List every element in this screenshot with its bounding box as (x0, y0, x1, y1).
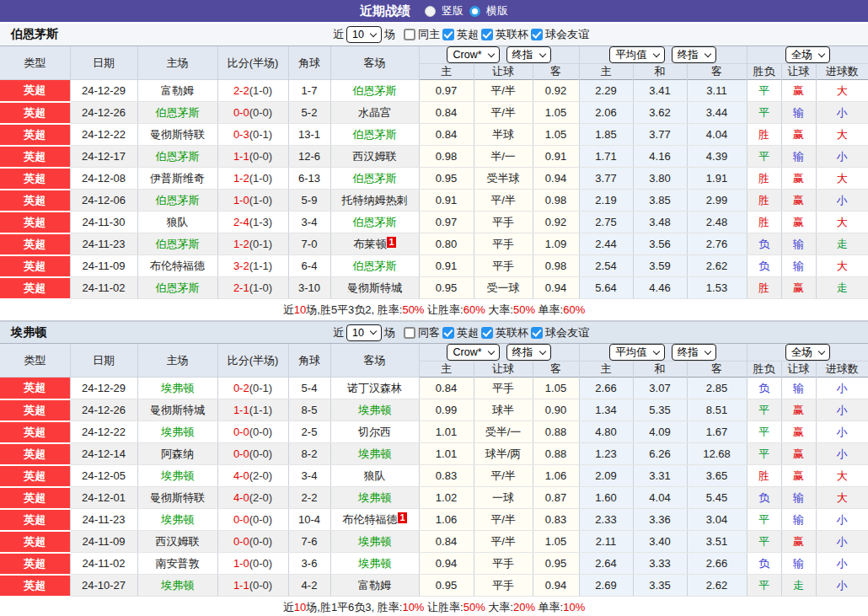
avg-draw-cell: 3.36 (633, 509, 687, 531)
home-team-cell: 伯恩茅斯 (137, 102, 217, 124)
table-row: 英超24-11-09布伦特福德3-2(1-1)6-4伯恩茅斯0.91平手0.98… (0, 255, 868, 277)
league-cup-checkbox[interactable] (481, 327, 493, 339)
odds-stage-select[interactable]: 终指 (506, 344, 551, 361)
away-team-cell: 埃弗顿 (330, 443, 419, 465)
corner-cell: 8-2 (288, 443, 330, 465)
bookmaker-select[interactable]: Crow* (447, 344, 499, 361)
avg-stage-select[interactable]: 终指 (672, 344, 716, 361)
average-select[interactable]: 平均值 (609, 46, 665, 63)
avg-away-cell: 8.51 (687, 399, 747, 421)
odds-home-cell: 0.98 (419, 146, 474, 168)
odds-home-cell: 1.01 (419, 421, 474, 443)
score-cell: 4-0(2-0) (217, 487, 288, 509)
away-team-cell: 伯恩茅斯 (330, 212, 419, 233)
score-cell: 0-0(0-0) (217, 102, 288, 124)
match-type-cell: 英超 (0, 255, 70, 277)
avg-away-cell: 3.04 (687, 509, 747, 531)
chevron-down-icon (370, 328, 377, 335)
league-friendly-checkbox[interactable] (531, 29, 543, 40)
result-wdl-cell: 胜 (747, 190, 781, 212)
odds-handicap-cell: 受半/一 (474, 421, 533, 443)
result-goals-cell: 大 (816, 212, 868, 233)
avg-home-cell: 2.09 (579, 465, 633, 487)
date-cell: 24-12-17 (70, 146, 137, 168)
date-cell: 24-11-09 (70, 531, 137, 553)
odds-away-cell: 1.05 (533, 378, 579, 399)
average-select[interactable]: 平均值 (609, 344, 665, 361)
odds-home-cell: 0.84 (419, 102, 474, 124)
odds-handicap-cell: 平手 (474, 378, 533, 399)
home-team-cell: 南安普敦 (137, 553, 217, 575)
result-handicap-cell: 输 (781, 102, 816, 124)
bookmaker-select[interactable]: Crow* (447, 46, 499, 63)
avg-away-cell: 2.48 (687, 212, 747, 233)
avg-stage-select[interactable]: 终指 (672, 46, 716, 63)
match-type-cell: 英超 (0, 277, 70, 299)
corner-cell: 6-13 (288, 168, 330, 190)
league-epl-checkbox[interactable] (442, 327, 454, 339)
avg-draw-cell: 3.35 (633, 575, 687, 597)
table-row: 英超24-12-26伯恩茅斯0-0(0-0)5-2水晶宫0.84平/半1.052… (0, 102, 868, 124)
table-row: 英超24-11-02南安普敦1-0(0-0)3-6埃弗顿0.94平手0.952.… (0, 553, 868, 575)
vertical-layout-radio[interactable] (425, 6, 436, 17)
home-team-cell: 富勒姆 (137, 80, 217, 102)
date-cell: 24-11-02 (70, 553, 137, 575)
odds-home-cell: 0.84 (419, 124, 474, 146)
col-header-date: 日期 (70, 46, 137, 80)
result-wdl-cell: 负 (747, 255, 781, 277)
col-header-avg-away: 客 (687, 362, 747, 378)
date-cell: 24-11-23 (70, 509, 137, 531)
chevron-down-icon (487, 347, 494, 354)
near-label: 近 (333, 325, 344, 340)
corner-cell: 3-6 (288, 553, 330, 575)
match-type-cell: 英超 (0, 509, 70, 531)
col-header-home: 主场 (137, 344, 217, 378)
match-type-cell: 英超 (0, 465, 70, 487)
full-match-select[interactable]: 全场 (785, 344, 830, 361)
league-cup-label: 英联杯 (496, 325, 528, 340)
avg-draw-cell: 5.35 (633, 399, 687, 421)
date-cell: 24-12-14 (70, 443, 137, 465)
avg-away-cell: 1.91 (687, 168, 747, 190)
score-cell: 1-2(1-0) (217, 168, 288, 190)
title-bar: 近期战绩 竖版 横版 (0, 0, 868, 24)
avg-draw-cell: 3.48 (633, 212, 687, 233)
odds-home-cell: 0.91 (419, 190, 474, 212)
odds-home-cell: 0.97 (419, 80, 474, 102)
chevron-down-icon (370, 29, 377, 36)
col-header-type: 类型 (0, 46, 70, 80)
avg-draw-cell: 6.26 (633, 443, 687, 465)
odds-handicap-cell: 平/半 (474, 102, 533, 124)
odds-away-cell: 0.94 (533, 277, 579, 299)
league-epl-checkbox[interactable] (442, 29, 454, 40)
same-home-checkbox[interactable] (404, 29, 415, 40)
corner-cell: 1-7 (288, 80, 330, 102)
result-handicap-cell: 赢 (781, 421, 816, 443)
horizontal-layout-radio[interactable] (469, 6, 480, 17)
col-header-result-handicap: 让球 (781, 362, 816, 378)
same-away-checkbox[interactable] (404, 327, 415, 339)
table-row: 英超24-11-23伯恩茅斯1-2(0-1)7-0布莱顿10.80平手1.092… (0, 233, 868, 255)
avg-home-cell: 2.44 (579, 233, 633, 255)
recent-count-select[interactable]: 10 (346, 324, 382, 341)
recent-count-select[interactable]: 10 (346, 26, 382, 43)
full-match-select[interactable]: 全场 (785, 46, 830, 63)
table-row: 英超24-12-06伯恩茅斯1-0(1-0)5-9托特纳姆热刺0.91平/半0.… (0, 190, 868, 212)
result-group-header: 全场 (747, 344, 868, 362)
avg-home-cell: 2.64 (579, 553, 633, 575)
avg-draw-cell: 3.59 (633, 255, 687, 277)
match-type-cell: 英超 (0, 124, 70, 146)
odds-handicap-cell: 平/半 (474, 80, 533, 102)
score-cell: 3-2(1-1) (217, 255, 288, 277)
league-friendly-checkbox[interactable] (531, 327, 543, 339)
odds-away-cell: 1.05 (533, 124, 579, 146)
avg-away-cell: 3.11 (687, 80, 747, 102)
chevron-down-icon (818, 347, 825, 354)
league-cup-checkbox[interactable] (481, 29, 493, 40)
odds-home-cell: 1.01 (419, 443, 474, 465)
away-team-cell: 伯恩茅斯 (330, 124, 419, 146)
corner-cell: 2-2 (288, 487, 330, 509)
odds-stage-select[interactable]: 终指 (506, 46, 551, 63)
col-header-corner: 角球 (288, 46, 330, 80)
home-team-cell: 埃弗顿 (137, 465, 217, 487)
